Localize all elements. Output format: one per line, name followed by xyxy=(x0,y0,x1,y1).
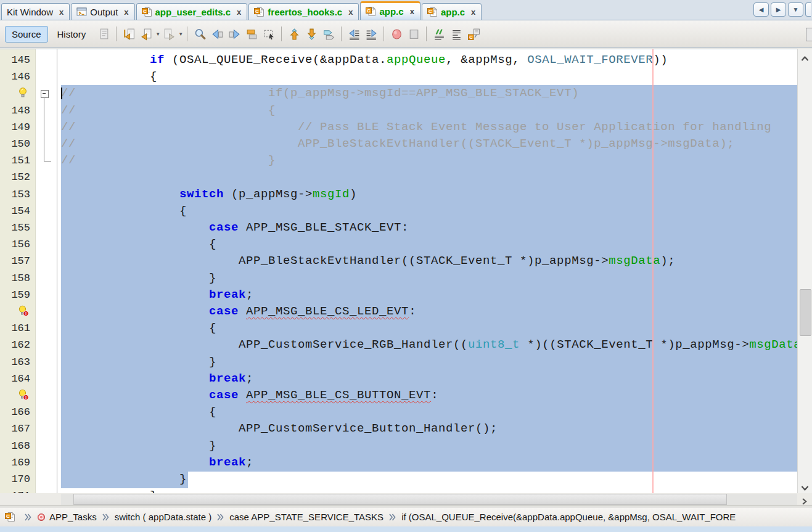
comment-icon xyxy=(433,28,446,41)
code-line: 145 if (OSAL_QUEUE_Receive(&appData.appQ… xyxy=(0,52,797,69)
find-next-button[interactable] xyxy=(226,26,242,42)
code-text[interactable]: break; xyxy=(61,287,797,304)
code-token: (OSAL_QUEUE_Receive(&appData. xyxy=(165,53,387,67)
error-lightbulb-icon[interactable]: ! xyxy=(17,389,29,403)
forward-button[interactable] xyxy=(161,26,177,42)
code-text[interactable]: break; xyxy=(61,454,797,472)
find-previous-button[interactable] xyxy=(209,26,225,42)
code-text[interactable]: switch (p_appMsg->msgId) xyxy=(61,186,797,203)
tab-close-icon[interactable]: x xyxy=(471,8,475,16)
tab-list-dropdown-button[interactable]: ▼ xyxy=(788,2,803,17)
scroll-up-icon[interactable] xyxy=(801,52,809,63)
code-text[interactable]: } xyxy=(61,471,797,488)
code-text[interactable]: break; xyxy=(61,370,797,388)
code-token xyxy=(61,388,209,402)
tab-app-c[interactable]: Capp.cx xyxy=(422,3,482,20)
horizontal-scrollbar[interactable] xyxy=(0,493,812,506)
tab-app-user-edits-c[interactable]: Capp_user_edits.cx xyxy=(136,3,248,20)
chevron-down-icon: ▼ xyxy=(793,6,799,13)
previous-bookmark-button[interactable] xyxy=(286,26,302,42)
error-lightbulb-icon[interactable]: ! xyxy=(17,305,29,319)
tab-close-icon[interactable]: x xyxy=(237,8,241,16)
back-button[interactable] xyxy=(138,26,154,42)
code-text[interactable]: // APP_BleStackEvtHandler((STACK_Event_T… xyxy=(61,136,797,153)
code-line: 159 break; xyxy=(0,287,797,304)
horizontal-scrollbar-thumb[interactable] xyxy=(73,494,727,505)
shift-line-right-button[interactable] xyxy=(363,26,379,42)
code-text[interactable]: { xyxy=(61,68,797,86)
horizontal-scrollbar-track[interactable] xyxy=(61,494,797,505)
scroll-tabs-right-button[interactable]: ▶ xyxy=(771,2,786,17)
tab-app-c[interactable]: Capp.cx xyxy=(360,1,420,20)
code-text[interactable]: // // Pass BLE Stack Event Message to Us… xyxy=(61,119,797,136)
breadcrumb-item[interactable]: APP_Tasks xyxy=(37,512,97,522)
next-bookmark-button[interactable] xyxy=(303,26,319,42)
scroll-down-icon[interactable] xyxy=(801,482,809,493)
code-text[interactable]: } xyxy=(61,354,797,371)
hint-lightbulb-icon[interactable] xyxy=(17,87,29,101)
tab-close-icon[interactable]: x xyxy=(348,8,353,16)
history-view-button[interactable]: History xyxy=(51,26,93,43)
vertical-scrollbar[interactable] xyxy=(797,49,812,493)
go-to-header-button[interactable]: C xyxy=(465,26,482,42)
fold-collapse-box[interactable] xyxy=(41,90,49,98)
code-line: 158 } xyxy=(0,270,797,287)
code-editor[interactable]: 145 if (OSAL_QUEUE_Receive(&appData.appQ… xyxy=(0,49,812,493)
tab-close-icon[interactable]: x xyxy=(124,8,128,16)
vertical-scrollbar-thumb[interactable] xyxy=(800,289,811,336)
dropdown-caret-icon[interactable]: ▼ xyxy=(178,31,183,37)
code-text[interactable]: // if(p_appMsg->msgId==APP_MSG_BLE_STACK… xyxy=(61,85,797,102)
scroll-right-icon[interactable] xyxy=(802,496,807,507)
code-text[interactable]: case APP_MSG_BLE_CS_LED_EVT: xyxy=(61,303,797,321)
code-line: 150// APP_BleStackEvtHandler((STACK_Even… xyxy=(0,136,797,153)
stop-macro-button[interactable] xyxy=(406,26,422,42)
tab-kit-window[interactable]: Kit Windowx xyxy=(1,3,70,20)
breadcrumb-item[interactable]: case APP_STATE_SERVICE_TASKS xyxy=(229,512,383,522)
code-text[interactable]: APP_CustomService_Button_Handler(); xyxy=(61,420,797,438)
source-view-button[interactable]: Source xyxy=(5,26,48,43)
code-text[interactable]: case APP_MSG_BLE_CS_BUTTON_EVT: xyxy=(61,387,797,404)
format-button[interactable] xyxy=(96,26,112,42)
rectangular-selection-button[interactable] xyxy=(261,26,277,42)
c-file-icon: C xyxy=(254,7,265,17)
code-token: APP_MSG_BLE_STACK_EVT: xyxy=(239,221,409,234)
code-text[interactable]: } xyxy=(61,438,797,455)
code-text[interactable]: } xyxy=(61,488,797,493)
code-text[interactable]: APP_CustomService_RGB_Handler((uint8_t *… xyxy=(61,337,797,354)
comment-button[interactable] xyxy=(431,26,447,42)
breadcrumb-item[interactable]: C xyxy=(5,512,19,522)
clipped-toolbar-icon[interactable] xyxy=(806,28,812,41)
code-text[interactable]: { xyxy=(61,203,797,220)
scroll-tabs-left-button[interactable]: ◀ xyxy=(753,2,769,17)
code-text[interactable]: case APP_MSG_BLE_STACK_EVT: xyxy=(61,219,797,237)
uncomment-button[interactable] xyxy=(448,26,464,42)
line-number: 149 xyxy=(0,119,30,136)
tab-close-icon[interactable]: x xyxy=(410,7,414,15)
code-text[interactable]: // { xyxy=(61,102,797,120)
ide-window: Kit WindowxOutputxCapp_user_edits.cxCfre… xyxy=(0,0,812,532)
code-line: 162 APP_CustomService_RGB_Handler((uint8… xyxy=(0,337,797,354)
code-text[interactable]: { xyxy=(61,404,797,421)
record-macro-button[interactable] xyxy=(388,26,404,42)
tab-close-icon[interactable]: x xyxy=(59,8,64,16)
breadcrumb-item[interactable]: if (OSAL_QUEUE_Receive(&appData.appQueue… xyxy=(401,512,736,522)
shift-line-left-button[interactable] xyxy=(346,26,362,42)
code-text[interactable]: } xyxy=(61,270,797,287)
toggle-highlight-button[interactable] xyxy=(244,26,260,42)
method-icon xyxy=(37,513,46,522)
jump-last-edit-button[interactable] xyxy=(121,26,137,42)
code-text[interactable]: if (OSAL_QUEUE_Receive(&appData.appQueue… xyxy=(61,52,797,69)
clipped-tab-button[interactable] xyxy=(805,2,811,17)
toggle-bookmark-button[interactable] xyxy=(321,26,337,42)
code-text[interactable] xyxy=(61,169,797,186)
code-token: ; xyxy=(246,372,253,385)
find-selection-button[interactable] xyxy=(192,26,208,42)
code-text[interactable]: // } xyxy=(61,152,797,170)
breadcrumb-item[interactable]: switch ( appData.state ) xyxy=(115,512,212,522)
tab-freertos-hooks-c[interactable]: Cfreertos_hooks.cx xyxy=(248,3,359,20)
tab-output[interactable]: Outputx xyxy=(71,3,134,20)
dropdown-caret-icon[interactable]: ▼ xyxy=(155,31,160,37)
code-text[interactable]: { xyxy=(61,236,797,253)
code-text[interactable]: { xyxy=(61,320,797,337)
code-text[interactable]: APP_BleStackEvtHandler((STACK_Event_T *)… xyxy=(61,253,797,270)
